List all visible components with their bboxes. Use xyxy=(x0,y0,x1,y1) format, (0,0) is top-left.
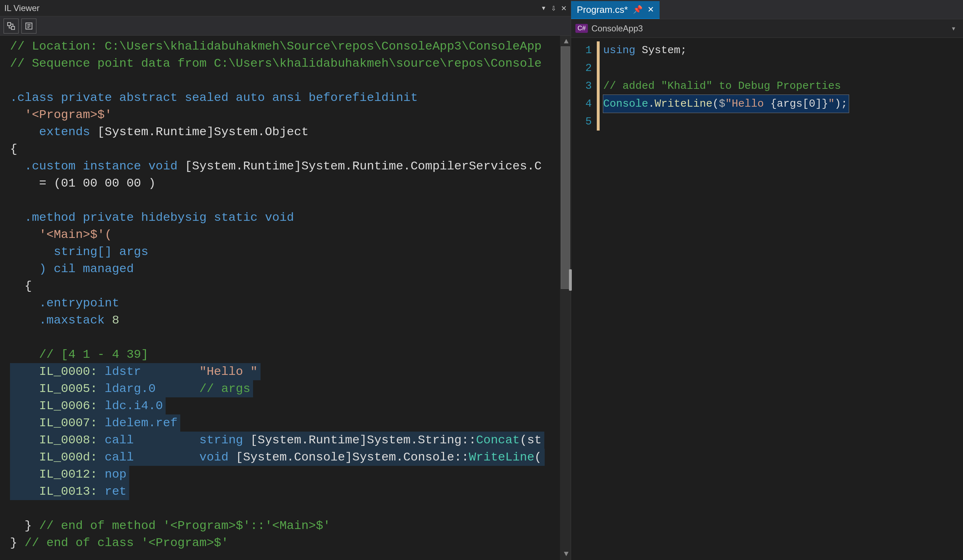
il-viewer-title: IL Viewer xyxy=(4,3,40,13)
il-directive: .class xyxy=(10,91,54,105)
string-lit: "Hello xyxy=(725,98,770,110)
il-opcode: ldc.i4.0 xyxy=(97,399,163,413)
il-string: "Hello " xyxy=(199,365,258,379)
il-attrtype: [System.Runtime]System.Runtime.CompilerS… xyxy=(177,159,541,173)
il-viewer-panel: IL Viewer ▾ ⇩ ✕ // Location: C:\Users\kh… xyxy=(0,0,571,560)
il-opcode: call xyxy=(97,450,134,464)
idx-open: [ xyxy=(802,98,809,110)
il-label: IL_0013: xyxy=(10,485,97,498)
il-method-mods: private hidebysig static void xyxy=(76,211,294,224)
il-viewer-header: IL Viewer ▾ ⇩ ✕ xyxy=(0,0,571,16)
panel-splitter[interactable] xyxy=(569,269,572,291)
dot: . xyxy=(648,98,655,110)
il-inline-comment: // args xyxy=(199,382,251,396)
idx-close: ] xyxy=(815,98,822,110)
string-end: " xyxy=(828,98,835,110)
interp-dollar: $ xyxy=(719,98,725,110)
il-label: IL_0005: xyxy=(10,382,97,396)
il-maxstack: .maxstack xyxy=(10,314,105,327)
vertical-scrollbar[interactable]: ▲ ▼ xyxy=(560,36,571,560)
scroll-up-icon[interactable]: ▲ xyxy=(564,37,569,46)
svg-rect-0 xyxy=(8,23,11,26)
il-opcode: nop xyxy=(97,468,127,481)
scrollbar-thumb[interactable] xyxy=(561,46,570,289)
il-extends: extends xyxy=(10,125,90,139)
chevron-down-icon: ▾ xyxy=(952,24,959,32)
il-label: IL_000d: xyxy=(10,450,97,464)
il-basetype: [System.Runtime]System.Object xyxy=(90,125,308,139)
il-comment: // Location: C:\Users\khalidabuhakmeh\So… xyxy=(10,40,541,53)
il-brace: { xyxy=(10,142,17,156)
il-method-directive: .method xyxy=(10,211,76,224)
pad xyxy=(156,382,199,396)
context-dropdown[interactable]: C# ConsoleApp3 ▾ xyxy=(576,24,959,34)
kw-using: using xyxy=(603,44,636,57)
source-editor[interactable]: 1 2 3 4 5 using System; // added "Khalid… xyxy=(571,38,963,560)
il-comment: // Sequence point data from C:\Users\kha… xyxy=(10,57,541,70)
il-label: IL_0000: xyxy=(10,365,97,379)
line-number-gutter: 1 2 3 4 5 xyxy=(571,38,597,560)
il-brace: { xyxy=(10,279,32,293)
il-label: IL_0008: xyxy=(10,434,97,447)
close-icon[interactable]: ✕ xyxy=(561,3,566,13)
il-methodref: WriteLine xyxy=(469,450,534,464)
il-code-area[interactable]: // Location: C:\Users\khalidabuhakmeh\So… xyxy=(0,36,571,560)
il-typeref: [System.Runtime]System.String:: xyxy=(243,434,476,447)
decompile-button[interactable] xyxy=(21,19,36,34)
change-indicator-bar xyxy=(597,38,600,560)
close-icon[interactable]: ✕ xyxy=(647,5,654,14)
il-param: string[] args xyxy=(10,245,149,259)
il-opcode: call xyxy=(97,434,134,447)
il-voidkw: instance void xyxy=(76,159,178,173)
pad xyxy=(134,450,199,464)
change-mark xyxy=(597,59,600,77)
il-opcode: ldstr xyxy=(97,365,141,379)
source-code[interactable]: using System; // added "Khalid" to Debug… xyxy=(600,38,963,560)
il-cil: ) cil managed xyxy=(10,262,134,276)
close-paren: ); xyxy=(835,98,847,110)
il-end-comment: // end of method '<Program>$'::'<Main>$' xyxy=(39,519,331,532)
il-typeref: [System.Console]System.Console:: xyxy=(229,450,469,464)
tab-program-cs[interactable]: Program.cs* 📌 ✕ xyxy=(571,1,660,19)
dropdown-icon[interactable]: ▾ xyxy=(541,3,546,13)
il-opcode: ret xyxy=(97,485,127,498)
il-seqpoint: // [4 1 - 4 39] xyxy=(10,348,149,361)
line-number: 3 xyxy=(571,77,592,95)
pad xyxy=(134,434,199,447)
src-comment: // added "Khalid" to Debug Properties xyxy=(603,80,841,92)
editor-panel: Program.cs* 📌 ✕ C# ConsoleApp3 ▾ 1 2 3 4… xyxy=(571,0,963,560)
il-custom: .custom xyxy=(10,159,76,173)
editor-tabbar: Program.cs* 📌 ✕ xyxy=(571,0,963,19)
csharp-badge-icon: C# xyxy=(576,24,588,33)
il-bytes: = (01 00 00 00 ) xyxy=(10,176,156,190)
il-viewer-toolbar xyxy=(0,16,571,36)
editor-navbar: C# ConsoleApp3 ▾ xyxy=(571,19,963,38)
pad xyxy=(141,365,199,379)
sync-editor-button[interactable] xyxy=(3,19,19,34)
il-brace: } xyxy=(10,519,39,532)
il-tail: (st xyxy=(520,434,541,447)
svg-rect-1 xyxy=(11,26,15,30)
tab-label: Program.cs* xyxy=(577,4,628,15)
change-mark xyxy=(597,113,600,131)
change-mark xyxy=(597,41,600,59)
il-opcode: ldarg.0 xyxy=(97,382,156,396)
il-methodref: Concat xyxy=(476,434,520,447)
il-end-comment: // end of class '<Program>$' xyxy=(24,536,229,550)
line-number: 1 xyxy=(571,41,592,59)
line-number: 4 xyxy=(571,95,592,113)
paren: ( xyxy=(712,98,719,110)
il-label: IL_0012: xyxy=(10,468,97,481)
context-label: ConsoleApp3 xyxy=(592,24,643,34)
il-opcode: ldelem.ref xyxy=(97,416,177,430)
il-maxstack-val: 8 xyxy=(105,314,119,327)
pin-icon[interactable]: ⇩ xyxy=(551,3,556,13)
line-number: 2 xyxy=(571,59,592,77)
pin-icon[interactable]: 📌 xyxy=(633,5,642,14)
il-rettype: string xyxy=(199,434,243,447)
il-entrypoint: .entrypoint xyxy=(10,296,119,310)
il-modifiers: private abstract sealed auto ansi before… xyxy=(54,91,418,105)
scroll-down-icon[interactable]: ▼ xyxy=(564,550,569,558)
interp-open: { xyxy=(770,98,777,110)
change-mark xyxy=(597,95,600,113)
